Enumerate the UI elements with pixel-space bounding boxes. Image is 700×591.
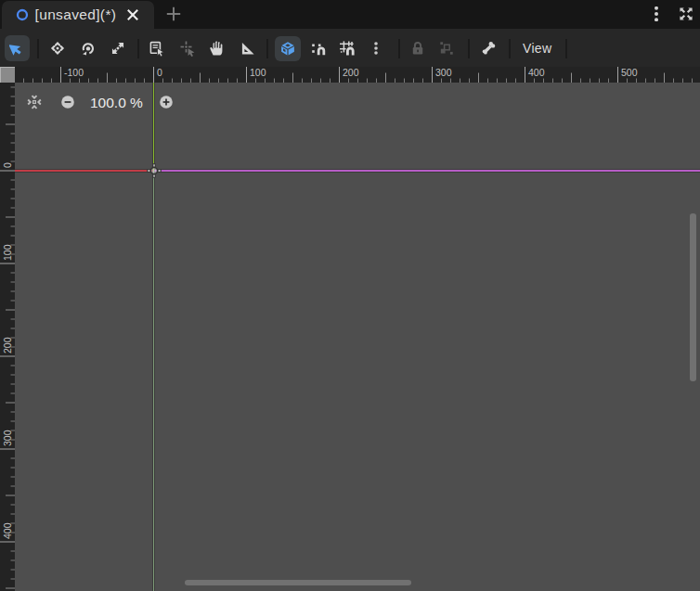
svg-text:400: 400 [2,522,13,539]
svg-text:100: 100 [250,67,266,78]
svg-text:100: 100 [2,244,13,261]
svg-text:200: 200 [343,67,359,78]
svg-text:0: 0 [2,162,13,168]
svg-text:400: 400 [528,67,545,78]
svg-text:200: 200 [2,337,13,353]
svg-text:-100: -100 [64,67,84,78]
svg-text:300: 300 [2,430,13,446]
svg-text:300: 300 [435,67,452,78]
svg-text:500: 500 [621,67,638,78]
svg-text:0: 0 [157,67,162,78]
